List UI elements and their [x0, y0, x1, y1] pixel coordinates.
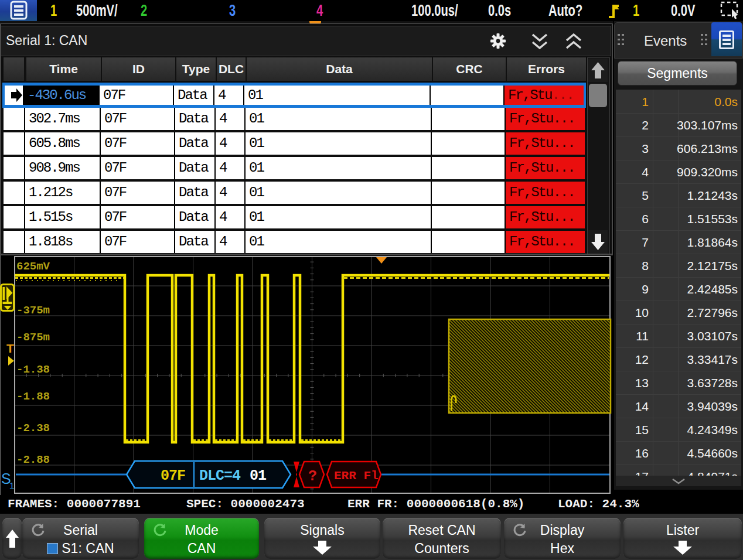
svg-text:01: 01: [250, 467, 266, 484]
svg-text:-1.88: -1.88: [16, 390, 50, 403]
svg-text:-375m: -375m: [16, 304, 50, 317]
svg-text:1: 1: [9, 480, 14, 490]
svg-text:-1.38: -1.38: [16, 363, 50, 376]
svg-text:T: T: [6, 342, 14, 355]
svg-text:-875m: -875m: [16, 331, 50, 344]
svg-text:07F: 07F: [161, 467, 185, 484]
svg-text:-2.38: -2.38: [16, 422, 50, 435]
svg-text:?: ?: [308, 468, 317, 485]
svg-text:DLC=4: DLC=4: [199, 467, 241, 484]
svg-text:625mV: 625mV: [16, 260, 50, 273]
svg-text:-2.88: -2.88: [16, 453, 50, 466]
svg-text:ERR Fl: ERR Fl: [334, 469, 379, 483]
